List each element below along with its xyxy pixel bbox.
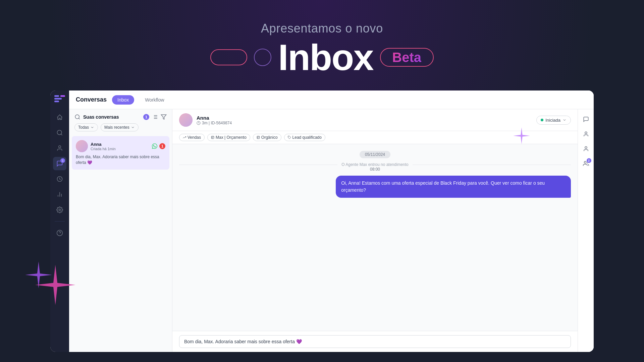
conv-panel-header: Suas conversas 1 [69, 109, 172, 123]
svg-rect-3 [60, 95, 65, 97]
tab-inbox[interactable]: Inbox [112, 95, 134, 105]
chat-meta-text: 3m | ID-5649874 [202, 121, 232, 125]
conv-unread-badge: 1 [159, 143, 165, 149]
sidebar-item-search[interactable] [53, 126, 66, 139]
app-window: 1 [50, 90, 594, 352]
hero-beta-pill: Beta [380, 48, 434, 67]
system-text: O Agente Max entrou no atendimento [341, 162, 408, 167]
hero-pill-decoration-1 [210, 49, 247, 65]
hero-main-row: Inbox Beta [210, 39, 433, 76]
conv-filter-icon[interactable] [161, 114, 167, 120]
system-line: O Agente Max entrou no atendimento [179, 162, 571, 167]
chat-header-info: Anna 3m | ID-5649874 [197, 115, 532, 125]
sidebar-item-inbox[interactable]: 1 [53, 157, 66, 170]
sidebar-divider [55, 221, 65, 222]
sidebar: 1 [50, 90, 69, 352]
date-separator: 05/11/2024 [179, 151, 571, 158]
right-panel-profile[interactable] [580, 128, 592, 140]
svg-rect-1 [54, 98, 62, 100]
tag-organico[interactable]: Orgânico [253, 134, 281, 141]
chat-status-button[interactable]: Iniciada [536, 116, 571, 125]
tag-organico-label: Orgânico [261, 135, 278, 140]
agent-time: 08:00 [179, 167, 571, 172]
chat-messages: 05/11/2024 O Agente Max entrou no atendi… [172, 144, 578, 331]
sidebar-item-contacts[interactable] [53, 141, 66, 155]
tag-vendas[interactable]: Vendas [179, 134, 205, 141]
right-panel-chat[interactable] [580, 113, 592, 125]
filter-all[interactable]: Todas [74, 123, 98, 131]
svg-rect-20 [257, 136, 260, 139]
chat-panel: Anna 3m | ID-5649874 Iniciada [172, 109, 578, 352]
tag-lead-label: Lead qualificado [292, 135, 322, 140]
sidebar-nav: 1 [53, 111, 66, 347]
nav-title: Conversas [76, 96, 107, 103]
tag-orcamento-label: Max | Orçamento [216, 135, 247, 140]
app-logo[interactable] [54, 95, 65, 104]
svg-point-8 [75, 115, 79, 119]
svg-point-24 [585, 132, 587, 134]
conversation-item[interactable]: Anna Criada há 1min 1 Bom [72, 136, 169, 170]
avatar-image [76, 140, 88, 152]
tag-vendas-label: Vendas [187, 135, 201, 140]
conv-created-time: Criada há 1min [91, 147, 116, 151]
sparkle-decoration-right [513, 127, 530, 144]
inbox-badge: 1 [60, 158, 65, 163]
right-panel-contact[interactable] [580, 143, 592, 155]
sidebar-item-clock[interactable] [53, 172, 66, 186]
svg-rect-0 [54, 95, 59, 97]
tag-lead[interactable]: Lead qualificado [284, 134, 325, 141]
conv-panel-title: Suas conversas [83, 114, 141, 120]
right-panel-team[interactable]: 2 [580, 158, 592, 170]
conv-sort-icon[interactable] [152, 114, 158, 120]
chat-meta: 3m | ID-5649874 [197, 121, 532, 125]
hero-section: Apresentamos o novo Inbox Beta [0, 0, 644, 97]
tag-orcamento[interactable]: Max | Orçamento [207, 134, 250, 141]
chat-input[interactable] [179, 335, 571, 348]
conv-count-badge: 1 [143, 114, 149, 120]
sidebar-item-help[interactable] [53, 226, 66, 240]
hero-beta-label: Beta [392, 50, 421, 65]
conv-list: Anna Criada há 1min 1 Bom [69, 135, 172, 352]
conversations-panel: Suas conversas 1 Todas [69, 109, 172, 352]
svg-point-6 [59, 209, 61, 211]
chat-avatar-image [179, 113, 193, 127]
status-dot [541, 119, 543, 121]
filter-recent[interactable]: Mais recentes [101, 123, 139, 131]
top-nav: Conversas Inbox Workflow [69, 90, 594, 109]
svg-marker-15 [161, 115, 166, 119]
whatsapp-icon [152, 143, 157, 149]
sidebar-item-home[interactable] [53, 111, 66, 124]
system-message: O Agente Max entrou no atendimento 08:00 [179, 162, 571, 172]
svg-point-4 [57, 130, 62, 135]
hero-pill-decoration-2 [254, 49, 271, 66]
sparkle-decoration-left-2 [35, 265, 75, 305]
sidebar-item-analytics[interactable] [53, 188, 66, 201]
svg-point-26 [584, 161, 586, 163]
panels-container: Suas conversas 1 Todas [69, 109, 594, 352]
conv-contact-info: Anna Criada há 1min [91, 142, 116, 151]
chat-input-area [172, 331, 578, 352]
chat-status-label: Iniciada [545, 118, 560, 123]
tab-workflow[interactable]: Workflow [140, 95, 169, 105]
right-badge: 2 [587, 158, 591, 163]
conv-search-icon[interactable] [74, 114, 80, 120]
svg-point-25 [585, 146, 587, 148]
conv-item-left: Anna Criada há 1min [76, 140, 116, 152]
conv-item-right: 1 [152, 143, 165, 149]
chat-contact-name: Anna [197, 115, 532, 121]
sidebar-item-settings[interactable] [53, 203, 66, 217]
date-pill: 05/11/2024 [360, 151, 390, 158]
svg-rect-17 [211, 136, 214, 139]
right-panel: 2 [578, 109, 594, 352]
conv-message-preview: Bom dia, Max. Adoraria saber mais sobre … [76, 154, 165, 166]
conv-contact-name: Anna [91, 142, 116, 147]
chat-contact-avatar [179, 113, 193, 127]
conv-item-header: Anna Criada há 1min 1 [76, 140, 165, 152]
agent-message: Oi, Anna! Estamos com uma oferta especia… [336, 176, 571, 198]
hero-subtitle: Apresentamos o novo [261, 21, 383, 36]
conv-filters-row: Todas Mais recentes [69, 123, 172, 135]
avatar [76, 140, 88, 152]
hero-title: Inbox [278, 39, 373, 76]
svg-rect-2 [54, 101, 59, 102]
